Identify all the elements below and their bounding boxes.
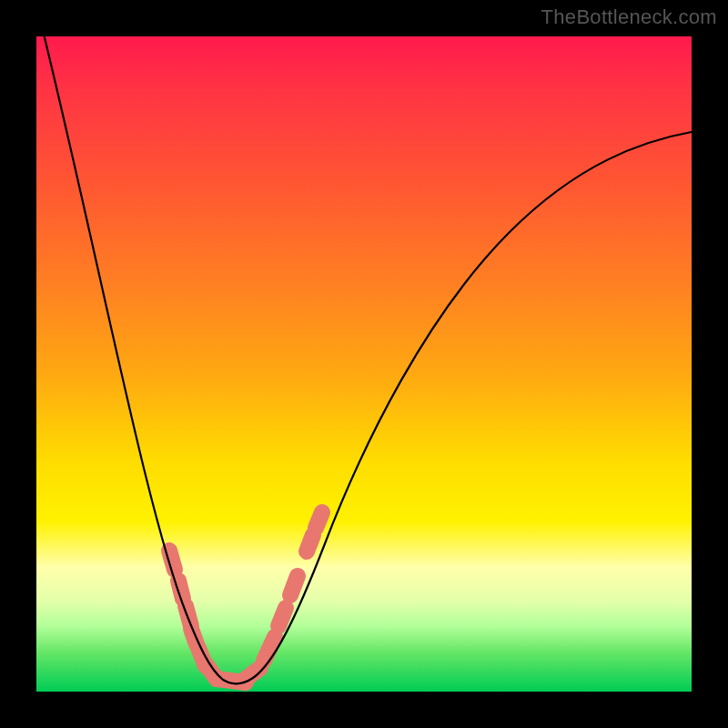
- watermark-text: TheBottleneck.com: [541, 5, 717, 29]
- marker-group: [169, 512, 322, 682]
- marker-capsule: [316, 512, 322, 528]
- bottleneck-curve: [41, 23, 692, 683]
- chart-gradient-panel: [36, 36, 692, 692]
- marker-capsule: [307, 535, 313, 551]
- marker-capsule: [290, 576, 298, 595]
- chart-svg: [36, 36, 692, 692]
- marker-capsule: [264, 637, 275, 661]
- marker-capsule: [278, 608, 286, 626]
